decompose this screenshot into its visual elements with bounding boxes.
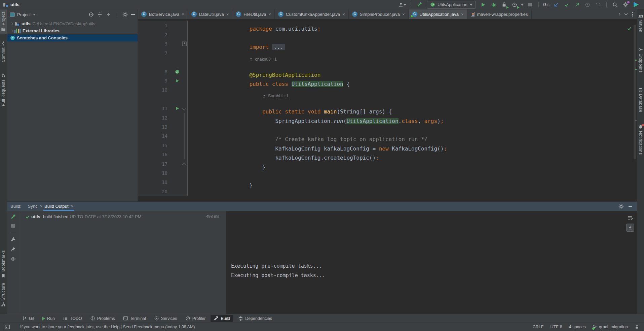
collapse-all-icon[interactable]: [106, 12, 111, 17]
chevron-right-icon[interactable]: [10, 29, 13, 32]
scroll-to-end-button[interactable]: [626, 224, 634, 232]
fold-marker[interactable]: [182, 141, 188, 150]
stripe-button-notifications[interactable]: Notifications: [637, 122, 644, 157]
stripe-button-endpoints[interactable]: Endpoints: [637, 45, 644, 75]
toolbar-button-build[interactable]: Build: [211, 315, 233, 322]
plugin-logo-button[interactable]: [632, 1, 640, 9]
status-message[interactable]: If you want to share your feedback later…: [20, 325, 195, 329]
chevron-right-icon[interactable]: [10, 22, 13, 25]
fold-marker[interactable]: [182, 95, 188, 104]
toolbar-button-git[interactable]: Git: [19, 315, 37, 322]
stripe-button-maven[interactable]: m Maven: [637, 11, 644, 35]
run-line-icon[interactable]: [176, 79, 179, 82]
fold-marker[interactable]: [182, 67, 188, 76]
line-number[interactable]: 3: [138, 39, 173, 48]
coverage-button[interactable]: [500, 1, 508, 9]
error-stripe-mark[interactable]: [635, 120, 637, 121]
lock-icon[interactable]: [635, 325, 639, 329]
line-number[interactable]: [138, 95, 173, 104]
chevron-down-icon[interactable]: [33, 14, 36, 17]
stripe-button-project[interactable]: Project: [0, 9, 7, 34]
tree-row[interactable]: External Libraries: [7, 27, 138, 34]
fold-marker[interactable]: [182, 178, 188, 187]
build-panel-tab[interactable]: Sync ×: [27, 202, 44, 211]
line-number[interactable]: 2: [138, 30, 173, 39]
git-branch-widget[interactable]: graal_migration: [593, 325, 628, 329]
toolbar-button-problems[interactable]: Problems: [87, 315, 118, 322]
run-line-icon[interactable]: [176, 107, 179, 110]
toolbar-button-todo[interactable]: TODO: [60, 315, 85, 322]
close-icon[interactable]: ×: [342, 12, 345, 16]
project-panel-title[interactable]: Project: [17, 12, 31, 17]
tree-row[interactable]: Scratches and Consoles: [7, 34, 138, 41]
spring-bean-icon[interactable]: [175, 69, 180, 74]
line-number[interactable]: 19: [138, 178, 173, 187]
toolbar-button-dependencies[interactable]: Dependencies: [235, 315, 275, 322]
line-number[interactable]: 11: [138, 104, 173, 113]
close-icon[interactable]: ×: [402, 12, 405, 16]
gear-icon[interactable]: [618, 204, 624, 209]
error-stripe-mark[interactable]: [635, 60, 637, 61]
collaboration-button[interactable]: [398, 1, 406, 9]
rerun-build-icon[interactable]: [10, 214, 16, 220]
hidden-tabs-icon[interactable]: [624, 12, 628, 15]
close-icon[interactable]: ×: [182, 12, 184, 16]
run-button[interactable]: [479, 1, 487, 9]
editor-tab[interactable]: C UtilsApplication.java ×: [409, 9, 467, 19]
chevron-down-icon[interactable]: [521, 4, 524, 7]
tree-row[interactable]: utils C:\Users\LENOVO\Desktop\utils: [7, 20, 138, 27]
encoding-widget[interactable]: UTF-8: [550, 325, 562, 329]
git-commit-button[interactable]: [563, 1, 571, 9]
eye-icon[interactable]: [10, 256, 16, 262]
close-icon[interactable]: ×: [226, 12, 229, 16]
line-number[interactable]: 16: [138, 150, 173, 159]
hide-panel-icon[interactable]: [131, 14, 135, 15]
fold-marker[interactable]: [182, 132, 188, 141]
tool-window-toggle-icon[interactable]: [5, 324, 10, 330]
fold-marker[interactable]: [182, 187, 188, 196]
fold-marker[interactable]: [182, 76, 188, 85]
line-number[interactable]: 18: [138, 168, 173, 177]
editor-tab[interactable]: C SimpleProducer.java ×: [349, 9, 409, 19]
close-icon[interactable]: ×: [40, 204, 42, 208]
git-push-button[interactable]: [573, 1, 581, 9]
editor-tab[interactable]: C BotService.java ×: [138, 9, 188, 19]
build-project-button[interactable]: [415, 1, 423, 9]
stripe-button-pull-requests[interactable]: Pull Requests: [0, 71, 7, 108]
hide-panel-icon[interactable]: [629, 206, 632, 207]
pin-icon[interactable]: [10, 246, 16, 252]
build-result-row[interactable]: utils: build finished UP-TO-DATE at 7/18…: [19, 211, 226, 314]
fold-marker[interactable]: [182, 21, 188, 30]
fold-marker[interactable]: [182, 58, 188, 67]
fold-marker[interactable]: [182, 39, 188, 48]
stripe-button-bookmarks[interactable]: Bookmarks: [0, 248, 7, 280]
wrench-icon[interactable]: [10, 237, 16, 242]
line-number[interactable]: 20: [138, 187, 173, 196]
editor-tab[interactable]: C FileUtil.java ×: [232, 9, 275, 19]
line-number[interactable]: 8: [138, 67, 173, 76]
build-console[interactable]: Executing pre-compile tasks...Executing …: [226, 211, 637, 314]
fold-marker[interactable]: [182, 30, 188, 39]
line-number[interactable]: 15: [138, 141, 173, 150]
settings-button[interactable]: [621, 1, 630, 9]
editor-tab[interactable]: C maven-wrapper.properties ×: [467, 9, 532, 19]
build-panel-tab[interactable]: Build Output ×: [43, 202, 74, 211]
line-number[interactable]: 7: [138, 48, 173, 58]
scroll-tabs-icon[interactable]: [618, 13, 620, 15]
toolbar-button-services[interactable]: Services: [151, 315, 180, 322]
expand-all-icon[interactable]: [97, 12, 103, 17]
gear-icon[interactable]: [122, 12, 128, 17]
fold-marker[interactable]: [182, 86, 188, 95]
fold-marker[interactable]: [182, 168, 188, 177]
line-number[interactable]: 17: [138, 159, 173, 168]
fold-marker[interactable]: [182, 104, 188, 113]
debug-button[interactable]: [490, 1, 498, 9]
line-number[interactable]: 10: [138, 86, 173, 95]
line-number[interactable]: [138, 58, 173, 67]
close-icon[interactable]: ×: [268, 12, 271, 16]
error-stripe-mark[interactable]: [635, 69, 637, 70]
stripe-button-database[interactable]: Database: [637, 85, 644, 115]
line-number[interactable]: 14: [138, 132, 173, 141]
tab-options-icon[interactable]: [632, 14, 633, 15]
fold-marker[interactable]: [182, 150, 188, 159]
